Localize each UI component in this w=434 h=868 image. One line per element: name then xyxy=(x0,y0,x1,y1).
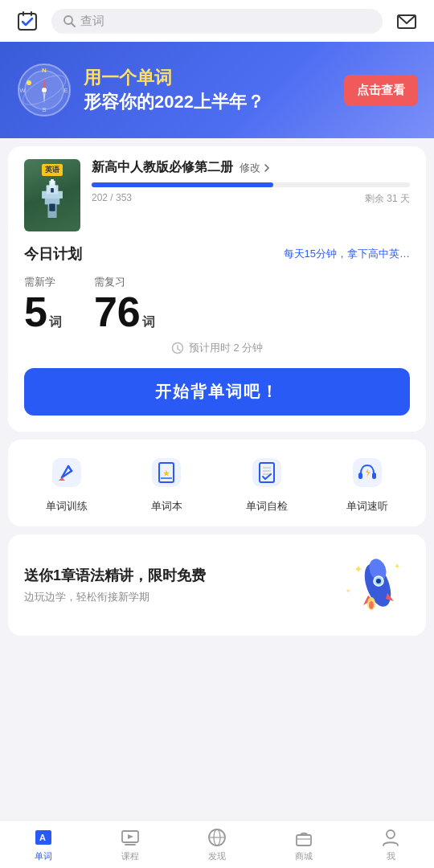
banner-button[interactable]: 点击查看 xyxy=(344,75,418,106)
banner-line1: 用一个单词 xyxy=(84,66,264,90)
plan-link[interactable]: 每天15分钟，拿下高中英… xyxy=(284,247,410,261)
nav-profile-label: 我 xyxy=(387,850,395,862)
review-count: 76 xyxy=(94,291,141,333)
svg-rect-24 xyxy=(51,188,54,193)
new-unit: 词 xyxy=(49,314,62,331)
svg-marker-60 xyxy=(128,834,133,839)
banner: N S E W 用一个单词 形容你的2022上半年？ 点击查看 xyxy=(0,42,434,138)
tower-icon xyxy=(33,179,72,218)
search-bar[interactable]: 查词 xyxy=(51,9,383,34)
time-estimate: 预计用时 2 分钟 xyxy=(24,341,410,355)
promo-title: 送你1章语法精讲，限时免费 xyxy=(24,566,206,585)
checkin-button[interactable] xyxy=(13,6,42,35)
svg-point-16 xyxy=(27,80,31,85)
svg-point-52 xyxy=(369,601,374,609)
svg-rect-23 xyxy=(49,203,55,211)
action-word-check-label: 单词自检 xyxy=(246,499,288,514)
plan-title: 今日计划 xyxy=(24,244,82,264)
promo-subtitle: 边玩边学，轻松衔接新学期 xyxy=(24,590,206,604)
discover-nav-icon xyxy=(207,827,227,848)
svg-rect-43 xyxy=(358,473,362,479)
rocket-icon: ✦ ✦ ✦ xyxy=(338,549,410,621)
new-label: 需新学 xyxy=(24,275,62,289)
svg-text:E: E xyxy=(63,87,68,94)
compass-icon: N S E W xyxy=(16,62,72,118)
action-word-check[interactable]: 单词自检 xyxy=(246,452,288,514)
header: 查词 xyxy=(0,0,434,42)
main-card: 英语 新高中人教版必修第二册 修改 xyxy=(8,146,426,432)
svg-text:✦: ✦ xyxy=(346,588,351,595)
svg-text:✦: ✦ xyxy=(394,562,400,571)
plan-header: 今日计划 每天15分钟，拿下高中英… xyxy=(24,244,410,264)
svg-rect-0 xyxy=(18,14,36,30)
action-word-listen[interactable]: 单词速听 xyxy=(346,452,388,514)
svg-rect-44 xyxy=(372,473,376,479)
banner-text: 用一个单词 形容你的2022上半年？ xyxy=(84,66,264,114)
plan-stats: 需新学 5 词 需复习 76 词 xyxy=(24,275,410,333)
svg-point-14 xyxy=(42,88,47,92)
svg-rect-22 xyxy=(51,179,54,184)
book-tag: 英语 xyxy=(42,164,63,176)
progress-text: 202 / 353 剩余 31 天 xyxy=(92,192,410,206)
action-word-listen-label: 单词速听 xyxy=(346,499,388,514)
book-info: 新高中人教版必修第二册 修改 202 / 353 剩余 31 天 xyxy=(92,159,410,206)
review-unit: 词 xyxy=(142,314,155,331)
nav-profile[interactable]: 我 xyxy=(347,821,434,868)
review-words-stat: 需复习 76 词 xyxy=(94,275,155,333)
action-word-notebook-label: 单词本 xyxy=(151,499,182,514)
progress-bar-bg xyxy=(92,182,410,187)
book-title: 新高中人教版必修第二册 xyxy=(92,159,233,176)
clock-icon xyxy=(171,342,184,354)
svg-text:N: N xyxy=(42,67,47,74)
book-row: 英语 新高中人教版必修第二册 修改 xyxy=(24,159,410,231)
mail-icon xyxy=(395,10,418,32)
promo-banner[interactable]: 送你1章语法精讲，限时免费 边玩边学，轻松衔接新学期 ✦ ✦ ✦ xyxy=(8,534,426,636)
nav-discover-label: 发现 xyxy=(208,850,226,862)
shop-nav-icon xyxy=(293,827,314,848)
svg-text:W: W xyxy=(19,87,26,94)
new-words-stat: 需新学 5 词 xyxy=(24,275,62,333)
progress-bar-fill xyxy=(92,182,273,187)
new-count: 5 xyxy=(24,291,47,333)
action-word-notebook[interactable]: 单词本 xyxy=(146,452,186,514)
notebook-icon xyxy=(146,452,186,493)
svg-text:✦: ✦ xyxy=(354,563,363,575)
chevron-right-icon xyxy=(262,163,272,173)
svg-line-4 xyxy=(72,23,75,27)
nav-words[interactable]: A 单词 xyxy=(0,821,87,868)
banner-line2: 形容你的2022上半年？ xyxy=(84,90,264,114)
quick-actions: 单词训练 单词本 单词自检 xyxy=(8,440,426,526)
nav-shop-label: 商城 xyxy=(295,850,313,862)
nav-discover[interactable]: 发现 xyxy=(174,821,260,868)
review-label: 需复习 xyxy=(94,275,155,289)
nav-courses[interactable]: 课程 xyxy=(87,821,174,868)
book-edit-button[interactable]: 修改 xyxy=(240,161,272,175)
svg-point-56 xyxy=(376,579,381,583)
words-nav-icon: A xyxy=(33,827,54,848)
action-word-training-label: 单词训练 xyxy=(46,499,88,514)
nav-courses-label: 课程 xyxy=(121,850,139,862)
nav-shop[interactable]: 商城 xyxy=(260,821,347,868)
promo-text: 送你1章语法精讲，限时免费 边玩边学，轻松衔接新学期 xyxy=(24,566,206,604)
checklist-icon xyxy=(247,452,287,493)
nav-words-label: 单词 xyxy=(35,850,52,862)
search-icon xyxy=(63,14,76,27)
mail-button[interactable] xyxy=(392,6,421,35)
start-button[interactable]: 开始背单词吧！ xyxy=(24,368,410,416)
profile-nav-icon xyxy=(380,827,401,848)
action-word-training[interactable]: 单词训练 xyxy=(46,452,88,514)
pencil-icon xyxy=(47,452,87,493)
search-placeholder: 查词 xyxy=(80,14,104,29)
svg-line-27 xyxy=(178,349,180,350)
courses-nav-icon xyxy=(120,827,141,848)
svg-point-67 xyxy=(387,830,395,838)
svg-text:S: S xyxy=(42,106,46,113)
banner-left: N S E W 用一个单词 形容你的2022上半年？ xyxy=(16,62,264,118)
headphone-icon xyxy=(347,452,387,493)
book-cover: 英语 xyxy=(24,159,80,231)
svg-rect-65 xyxy=(297,835,311,845)
svg-rect-28 xyxy=(52,458,81,487)
svg-text:A: A xyxy=(39,833,46,842)
bottom-nav: A 单词 课程 发现 xyxy=(0,820,434,868)
